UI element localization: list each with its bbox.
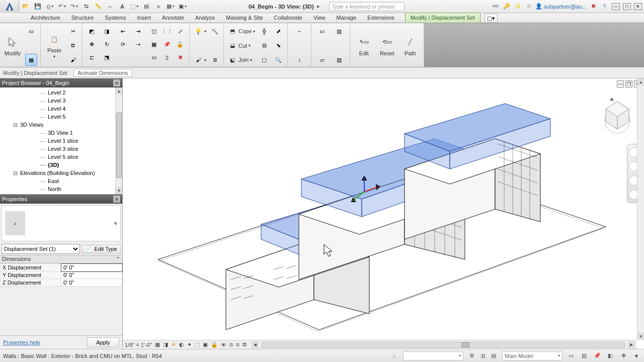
query-icon[interactable]: 🔍 (272, 54, 284, 66)
shadows-icon[interactable]: ◐ (179, 341, 184, 348)
tree-item[interactable]: —Level 5 slice (0, 153, 122, 161)
wall-opening-icon[interactable]: ▢ (258, 54, 270, 66)
filter-selection-icon[interactable]: ▼ (632, 351, 641, 360)
array-icon[interactable]: ⋮⋮ (161, 25, 173, 37)
text-icon[interactable]: A (117, 1, 128, 12)
maximize-button[interactable]: □ (623, 3, 631, 10)
close-icon[interactable]: ✕ (113, 196, 120, 203)
app-menu-button[interactable] (0, 0, 19, 13)
demolish-icon[interactable]: 🔨 (209, 25, 220, 37)
cope-button[interactable]: ⬒Cope▾ (227, 25, 256, 37)
scale-icon[interactable]: ⤢ (174, 25, 186, 37)
copy-icon[interactable]: ⧉ (67, 40, 79, 52)
scroll-up-icon[interactable]: ▲ (637, 78, 644, 85)
scale-button[interactable]: 1/8" = 1'-0" (125, 342, 152, 348)
unpin-icon[interactable]: 🔓 (174, 38, 186, 50)
path-displacement-button[interactable]: ╱ Path (399, 25, 421, 66)
tree-item[interactable]: —East (0, 177, 122, 185)
cut-icon[interactable]: ✂ (67, 25, 79, 37)
exchange-close-icon[interactable]: ✖ (589, 2, 598, 11)
collapse-icon[interactable]: ⌃ (116, 256, 120, 262)
model-combo[interactable]: Main Model (502, 351, 562, 360)
apply-button[interactable]: Apply (87, 337, 119, 347)
view-canvas[interactable]: — ❐ ✕ ▲ ▼ 1/8" = 1'-0" ▦ ◨ (123, 78, 644, 349)
select-face-icon[interactable]: ◧ (606, 351, 615, 360)
measure-along-icon[interactable]: ↕ (291, 54, 308, 66)
tree-item[interactable]: —Level 4 (0, 105, 122, 113)
pin-icon[interactable]: 📌 (161, 38, 173, 50)
split-icon[interactable]: ╬ (258, 25, 270, 37)
select-toggle-icon[interactable]: ▦ (25, 54, 37, 66)
tree-item[interactable]: ⊟3D Views (0, 121, 122, 129)
type-selector[interactable]: Displacement Set (1) (2, 244, 80, 254)
rotate-icon[interactable]: ↻ (101, 38, 113, 50)
paste-button[interactable]: 📋 Paste ▾ (44, 25, 65, 66)
panel-toggle-icon[interactable]: ▢▾ (485, 14, 498, 23)
crop-icon[interactable]: ⬚ (195, 341, 200, 348)
select-links-icon[interactable]: ▭ (567, 351, 576, 360)
type-preview[interactable]: ▲ ▾ (2, 205, 121, 241)
scroll-down-icon[interactable]: ▼ (637, 333, 644, 340)
group-icon[interactable]: ▭ (148, 51, 160, 63)
worksharing-icon[interactable]: ⧇ (236, 341, 239, 348)
select-pinned-icon[interactable]: 📌 (593, 351, 602, 360)
measure-icon[interactable]: 📏 (93, 1, 104, 12)
tree-item[interactable]: —Level 5 (0, 113, 122, 121)
measure-between-icon[interactable]: ↔ (291, 25, 308, 37)
share-icon[interactable]: ✨ (513, 2, 522, 11)
array2-icon[interactable]: ▦ (148, 38, 160, 50)
analytical-icon[interactable]: ⧉ (243, 341, 247, 348)
create-group-icon[interactable]: ▱ (314, 54, 330, 66)
link-select-icon[interactable]: ▭ (25, 25, 37, 37)
thin-lines-icon[interactable]: ≡ (153, 1, 164, 12)
cut-geom-button[interactable]: ⬓Cut▾ (227, 40, 256, 52)
lightbulb-icon[interactable]: 💡▾ (193, 25, 207, 37)
key-icon[interactable]: 🔑 (502, 2, 511, 11)
tab-view[interactable]: View (308, 13, 331, 23)
tab-massing-site[interactable]: Massing & Site (220, 13, 268, 23)
project-browser-title[interactable]: Project Browser - 04_Begin ✕ (0, 78, 122, 87)
workset-combo[interactable] (403, 351, 463, 360)
lock-icon[interactable]: 🔒 (211, 341, 218, 348)
align-icon[interactable]: ⇤ (117, 25, 129, 37)
properties-title[interactable]: Properties ✕ (0, 195, 122, 204)
reset-displacement-button[interactable]: ⟲▭ Reset (376, 25, 397, 66)
tree-item[interactable]: —Level 3 slice (0, 145, 122, 153)
split-face-icon[interactable]: ⬔ (101, 51, 113, 63)
edit-type-button[interactable]: 📄Edit Type (82, 245, 121, 253)
trim-icon[interactable]: ⇢ (132, 38, 144, 50)
ungroup-icon[interactable]: ▯ (161, 51, 173, 63)
tree-item[interactable]: —North (0, 185, 122, 193)
dimension-icon[interactable]: ↔ (105, 1, 116, 12)
canvas-hscroll[interactable] (262, 342, 625, 348)
project-browser-tree[interactable]: —Level 2—Level 3—Level 4—Level 5⊟3D View… (0, 87, 122, 194)
tree-item[interactable]: —{3D} (0, 161, 122, 169)
dimensions-group-header[interactable]: Dimensions ⌃ (0, 255, 122, 263)
detach-icon[interactable]: ⬊ (272, 40, 284, 52)
properties-help-link[interactable]: Properties help (3, 339, 40, 345)
temporary-hide-icon[interactable]: 👁 (221, 342, 226, 348)
save-icon[interactable]: 💾 (32, 1, 43, 12)
close-icon[interactable]: ✕ (113, 79, 120, 86)
visual-style-icon[interactable]: ◨ (163, 341, 168, 348)
match-icon[interactable]: 🖌 (67, 54, 79, 66)
gap-icon[interactable]: ⊟ (258, 40, 270, 52)
redo-dropdown[interactable]: ↷ (68, 1, 79, 12)
section-icon[interactable]: ▤ (141, 1, 152, 12)
tree-item[interactable]: —Level 1 slice (0, 137, 122, 145)
activate-dimensions-button[interactable]: Activate Dimensions (73, 69, 133, 77)
view-cube[interactable] (600, 97, 635, 132)
sync-icon[interactable]: ⇆ (80, 1, 92, 12)
crop-visible-icon[interactable]: ▣ (203, 341, 208, 348)
attach-icon[interactable]: ⬈ (272, 25, 284, 37)
tab-annotate[interactable]: Annotate (156, 13, 190, 23)
prop-value[interactable]: 0' 0" (61, 272, 122, 279)
select-underlay-icon[interactable]: ▨ (580, 351, 589, 360)
wall-join-icon[interactable]: ◨ (101, 25, 113, 37)
sunpath-icon[interactable]: ☀ (171, 341, 176, 348)
tab-insert[interactable]: Insert (132, 13, 157, 23)
tab-manage[interactable]: Manage (331, 13, 362, 23)
minimize-view-icon[interactable]: — (617, 80, 624, 87)
scroll-down-icon[interactable]: ▼ (116, 187, 122, 194)
prop-value[interactable]: 0' 0" (61, 264, 122, 272)
